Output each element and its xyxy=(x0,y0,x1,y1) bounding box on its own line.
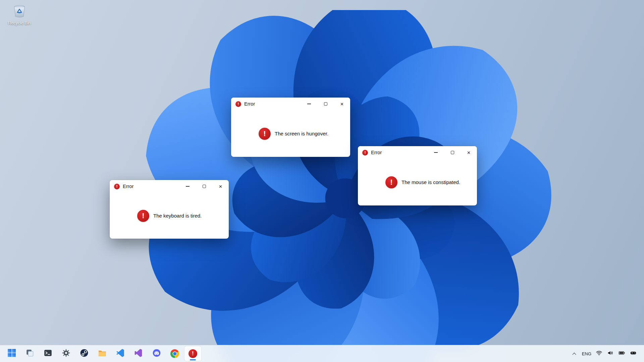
window-body: ! The screen is hungover. xyxy=(231,110,350,157)
close-icon: × xyxy=(340,101,344,107)
window-title: Error xyxy=(123,184,133,189)
window-title: Error xyxy=(371,150,382,155)
battery-icon xyxy=(618,350,626,358)
terminal-icon xyxy=(44,349,52,359)
maximize-icon xyxy=(324,102,327,106)
active-indicator xyxy=(190,359,196,360)
error-message: The screen is hungover. xyxy=(275,131,328,136)
desktop: Recycle Bin ! Error × ! The screen is hu… xyxy=(0,0,644,362)
error-icon: ! xyxy=(235,101,241,107)
maximize-button[interactable] xyxy=(196,180,212,193)
task-view-icon xyxy=(25,349,34,359)
taskbar-apps: ! xyxy=(3,346,201,361)
recycle-bin-label: Recycle Bin xyxy=(8,20,31,25)
error-window-screen: ! Error × ! The screen is hungover. xyxy=(231,98,350,157)
close-icon: × xyxy=(219,184,222,189)
chrome-button[interactable] xyxy=(166,346,183,361)
error-message: The mouse is constipated. xyxy=(401,179,460,185)
discord-icon xyxy=(152,349,161,359)
error-window-keyboard: ! Error × ! The keyboard is tired. xyxy=(110,180,229,239)
maximize-icon xyxy=(203,185,206,188)
maximize-icon xyxy=(451,151,454,154)
chevron-up-icon xyxy=(572,353,576,356)
vs-code-button[interactable] xyxy=(112,346,129,361)
file-explorer-button[interactable] xyxy=(94,346,111,361)
window-body: ! The mouse is constipated. xyxy=(358,159,477,205)
vs-code-icon xyxy=(116,349,125,359)
error-icon: ! xyxy=(362,150,368,156)
maximize-button[interactable] xyxy=(317,98,334,110)
error-app-icon: ! xyxy=(189,349,197,358)
maximize-button[interactable] xyxy=(444,146,461,159)
close-button[interactable]: × xyxy=(334,98,350,110)
system-tray: ENG xyxy=(569,347,641,360)
close-button[interactable]: × xyxy=(212,180,229,193)
volume-button[interactable] xyxy=(605,347,616,360)
error-icon: ! xyxy=(137,210,149,222)
window-body: ! The keyboard is tired. xyxy=(110,193,229,239)
steam-icon xyxy=(80,349,89,359)
language-indicator[interactable]: ENG xyxy=(580,347,593,360)
error-icon: ! xyxy=(385,176,397,188)
recycle-bin-icon xyxy=(12,3,27,19)
error-app-button[interactable]: ! xyxy=(184,346,201,361)
visual-studio-icon xyxy=(134,349,143,359)
taskbar: ! ENG xyxy=(0,345,644,362)
error-icon: ! xyxy=(259,128,271,140)
error-window-mouse: ! Error × ! The mouse is constipated. xyxy=(358,146,477,205)
battery-button[interactable] xyxy=(616,347,627,360)
window-title: Error xyxy=(244,101,255,107)
gamepad-button[interactable] xyxy=(628,347,639,360)
discord-button[interactable] xyxy=(148,346,165,361)
close-button[interactable]: × xyxy=(461,146,477,159)
steam-button[interactable] xyxy=(76,346,93,361)
unity-hub-button[interactable] xyxy=(58,346,74,361)
gear-app-icon xyxy=(62,349,70,359)
minimize-button[interactable] xyxy=(428,146,444,159)
chrome-icon xyxy=(170,349,179,358)
minimize-button[interactable] xyxy=(301,98,317,110)
minimize-icon xyxy=(434,152,438,153)
recycle-bin[interactable]: Recycle Bin xyxy=(4,3,35,25)
start-button[interactable] xyxy=(3,346,20,361)
error-message: The keyboard is tired. xyxy=(153,213,202,219)
task-view-button[interactable] xyxy=(21,346,38,361)
minimize-button[interactable] xyxy=(179,180,196,193)
volume-icon xyxy=(607,350,614,358)
folder-icon xyxy=(98,349,107,359)
gamepad-icon xyxy=(630,350,637,358)
error-icon: ! xyxy=(114,184,120,189)
titlebar[interactable]: ! Error × xyxy=(110,180,229,193)
tray-chevron-button[interactable] xyxy=(569,347,580,360)
terminal-button[interactable] xyxy=(40,346,56,361)
minimize-icon xyxy=(307,104,311,104)
close-icon: × xyxy=(467,150,471,156)
visual-studio-button[interactable] xyxy=(130,346,147,361)
wifi-button[interactable] xyxy=(594,347,604,360)
minimize-icon xyxy=(186,186,190,187)
titlebar[interactable]: ! Error × xyxy=(358,146,477,159)
wifi-icon xyxy=(596,350,602,358)
windows-logo-icon xyxy=(7,349,16,359)
titlebar[interactable]: ! Error × xyxy=(231,98,350,110)
